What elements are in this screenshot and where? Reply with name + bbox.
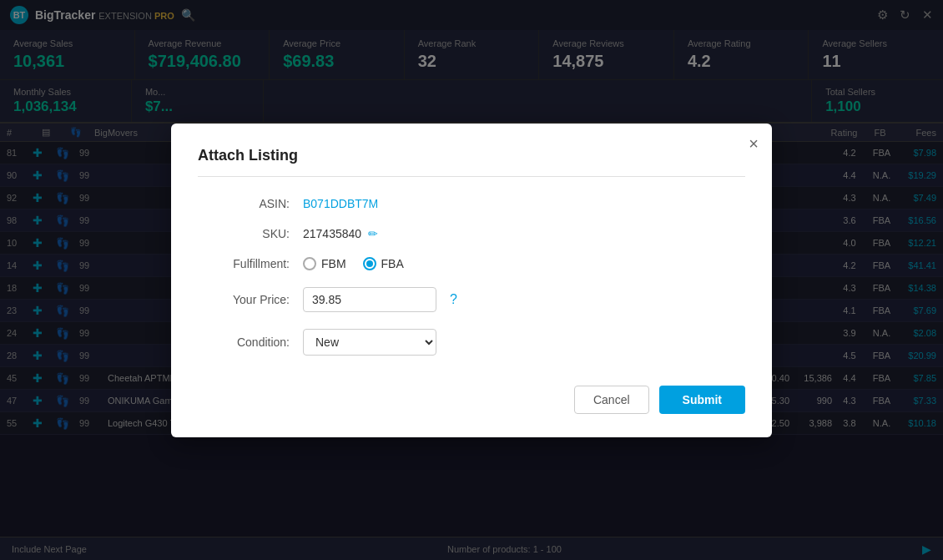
fulfillment-options: FBM FBA: [303, 257, 404, 270]
sku-value: 217435840: [303, 227, 361, 240]
sku-wrap: 217435840 ✏: [303, 227, 378, 240]
submit-button[interactable]: Submit: [659, 386, 745, 414]
radio-fba-dot: [366, 260, 373, 267]
form-row-sku: SKU: 217435840 ✏: [198, 227, 745, 240]
modal-overlay: Attach Listing × ASIN: B071DDBT7M SKU: 2…: [0, 0, 943, 560]
condition-select[interactable]: New Used - Like New Used - Very Good Use…: [303, 329, 436, 356]
radio-fbm-circle: [303, 257, 316, 270]
asin-value[interactable]: B071DDBT7M: [303, 197, 378, 210]
form-row-asin: ASIN: B071DDBT7M: [198, 197, 745, 210]
radio-fba-circle: [363, 257, 376, 270]
condition-label: Condition:: [198, 335, 290, 349]
radio-fbm-label: FBM: [321, 257, 346, 270]
edit-sku-icon[interactable]: ✏: [368, 227, 378, 240]
help-icon[interactable]: ?: [450, 292, 457, 307]
fulfillment-label: Fulfillment:: [198, 257, 290, 270]
price-input[interactable]: [303, 287, 436, 312]
attach-listing-modal: Attach Listing × ASIN: B071DDBT7M SKU: 2…: [171, 124, 772, 437]
radio-fba[interactable]: FBA: [363, 257, 404, 270]
sku-label: SKU:: [198, 227, 290, 240]
form-row-condition: Condition: New Used - Like New Used - Ve…: [198, 329, 745, 356]
radio-fba-label: FBA: [381, 257, 404, 270]
asin-label: ASIN:: [198, 197, 290, 210]
form-row-price: Your Price: ?: [198, 287, 745, 312]
radio-fbm[interactable]: FBM: [303, 257, 346, 270]
price-label: Your Price:: [198, 293, 290, 306]
form-row-fulfillment: Fulfillment: FBM FBA: [198, 257, 745, 270]
modal-close-button[interactable]: ×: [749, 135, 759, 152]
modal-footer: Cancel Submit: [198, 372, 745, 414]
modal-title: Attach Listing: [198, 147, 745, 177]
cancel-button[interactable]: Cancel: [574, 386, 649, 414]
